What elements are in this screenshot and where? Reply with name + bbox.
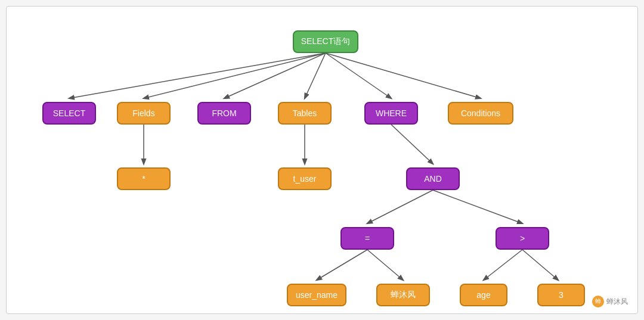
node-and: AND <box>406 167 460 190</box>
node-username: user_name <box>287 284 346 306</box>
node-conditions: Conditions <box>448 102 513 125</box>
node-tables: Tables <box>278 102 332 125</box>
node-eq: = <box>340 227 394 250</box>
watermark-icon: 蝉 <box>592 296 604 307</box>
svg-line-8 <box>391 125 433 164</box>
node-mufu: 蝉沐风 <box>376 284 430 306</box>
node-fields: Fields <box>117 102 171 125</box>
node-select: SELECT <box>42 102 96 125</box>
svg-line-1 <box>144 53 326 98</box>
svg-line-4 <box>326 53 391 98</box>
watermark-text: 蝉沐风 <box>606 297 628 307</box>
node-from: FROM <box>197 102 251 125</box>
watermark: 蝉 蝉沐风 <box>589 294 631 309</box>
node-tuser: t_user <box>278 167 332 190</box>
svg-line-10 <box>433 190 522 223</box>
node-root: SELECT语句 <box>293 30 358 53</box>
svg-line-13 <box>484 250 522 280</box>
svg-line-9 <box>367 190 433 223</box>
node-where: WHERE <box>364 102 418 125</box>
svg-line-5 <box>326 53 481 98</box>
node-age: age <box>460 284 507 306</box>
node-three: 3 <box>537 284 585 306</box>
node-gt: > <box>496 227 549 250</box>
node-star: * <box>117 167 171 190</box>
diagram-container: SELECT语句SELECTFieldsFROMTablesWHERECondi… <box>6 6 638 314</box>
svg-line-2 <box>224 53 326 98</box>
svg-line-12 <box>367 250 403 280</box>
svg-line-11 <box>317 250 367 280</box>
svg-line-0 <box>69 53 326 98</box>
svg-line-3 <box>305 53 326 98</box>
svg-line-14 <box>522 250 558 280</box>
